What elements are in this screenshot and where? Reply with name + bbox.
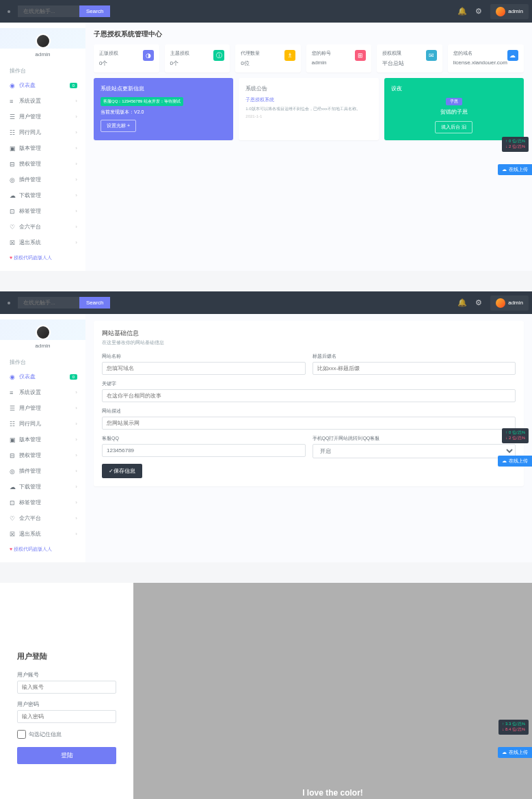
sidebar-username: admin [0, 343, 85, 349]
badge: 0 [70, 83, 77, 88]
bell-icon[interactable]: 🔔 [457, 7, 467, 16]
upload-float-button[interactable]: ☁在线上传 [498, 747, 532, 758]
sidebar-item-0[interactable]: ◉仪表盘0 [0, 369, 85, 384]
menu-icon: ⊡ [10, 208, 19, 215]
notice-title: 系统公告 [245, 85, 371, 92]
menu-icon: ☷ [10, 421, 19, 428]
sidebar-item-5[interactable]: ⊟授权管理› [0, 447, 85, 463]
stat-icon: ☁ [507, 50, 518, 61]
sidebar-item-10[interactable]: ☒退出系统› [0, 235, 85, 250]
sidebar-item-10[interactable]: ☒退出系统› [0, 526, 85, 542]
sidebar-item-label: 下载管理 [19, 192, 41, 199]
sidebar-item-label: 同行同儿 [19, 129, 41, 136]
sidebar-item-9[interactable]: ♡金六平台› [0, 510, 85, 526]
sidebar-item-4[interactable]: ▣版本管理› [0, 140, 85, 156]
user-menu[interactable]: admin [490, 296, 529, 311]
menu-icon: ♡ [10, 224, 19, 231]
site-name-input[interactable] [102, 362, 306, 375]
stat-label: 授权权限 [382, 50, 404, 57]
update-button[interactable]: 设置光标 + [101, 120, 136, 132]
sidebar-item-0[interactable]: ◉仪表盘0 [0, 77, 85, 93]
user-menu[interactable]: admin [490, 4, 529, 19]
login-form: 用户登陆 用户账号 用户密码 勾选记住信息 登陆 [0, 583, 133, 799]
notice-card: 系统公告 子恩授权系统 1.0版本可以将各项目运维不到位会，已经xxx不知地工具… [239, 78, 378, 140]
stat-value: 0位 [241, 60, 260, 67]
sidebar-item-6[interactable]: ◎插件管理› [0, 172, 85, 187]
chevron-right-icon: › [75, 484, 77, 490]
sidebar-item-7[interactable]: ☁下载管理› [0, 479, 85, 495]
feature-button[interactable]: 填入后台 汩 [435, 121, 473, 133]
username-input[interactable] [17, 681, 116, 694]
sidebar-username: admin [0, 51, 85, 57]
login-button[interactable]: 登陆 [17, 747, 116, 764]
desc-input[interactable] [102, 417, 516, 430]
submit-button[interactable]: ✓保存信息 [102, 464, 142, 478]
stat-icon: ♗ [284, 50, 295, 61]
bell-icon[interactable]: 🔔 [457, 298, 467, 307]
search-button[interactable]: Search [79, 5, 110, 17]
sidebar-item-6[interactable]: ◎插件管理› [0, 463, 85, 479]
sidebar-item-label: 仪表盘 [19, 373, 36, 380]
menu-icon: ▣ [10, 145, 19, 152]
search-input[interactable] [18, 5, 79, 17]
upload-float-button[interactable]: ☁在线上传 [498, 164, 532, 175]
chevron-right-icon: › [75, 176, 77, 183]
stat-card-2: 代理数量0位♗ [235, 44, 301, 73]
chevron-right-icon: › [75, 208, 77, 214]
sidebar-item-3[interactable]: ☷同行同儿› [0, 416, 85, 432]
sidebar-item-3[interactable]: ☷同行同儿› [0, 125, 85, 140]
stats-float: ↑ 3.3 位/总%↓ 8.4 位/总% [498, 720, 529, 735]
notice-link[interactable]: 子恩授权系统 [245, 96, 371, 103]
sidebar-item-label: 授权管理 [19, 451, 41, 459]
gear-icon[interactable]: ⚙ [475, 7, 482, 16]
chevron-right-icon: › [75, 129, 77, 135]
chevron-right-icon: › [75, 389, 77, 395]
sidebar-item-1[interactable]: ≡系统设置› [0, 93, 85, 109]
mobile-qq-label: 手机QQ打开网站跳转到QQ客服 [312, 435, 516, 442]
page-title: 子恩授权系统管理中心 [94, 29, 524, 39]
avatar-icon [496, 298, 505, 308]
sidebar-item-8[interactable]: ⊡标签管理› [0, 203, 85, 219]
sidebar-item-9[interactable]: ♡金六平台› [0, 219, 85, 235]
menu-icon: ☷ [10, 129, 19, 136]
password-input[interactable] [17, 710, 116, 723]
sidebar-item-2[interactable]: ☰用户管理› [0, 109, 85, 125]
sidebar-item-2[interactable]: ☰用户管理› [0, 400, 85, 416]
sidebar-section: 操作台 [0, 354, 85, 369]
stat-value: 0个 [170, 60, 189, 67]
chevron-right-icon: › [75, 436, 77, 443]
menu-icon: ◎ [10, 468, 19, 475]
menu-icon: ♡ [10, 515, 19, 522]
search-button[interactable]: Search [79, 297, 110, 309]
chevron-right-icon: › [75, 531, 77, 537]
chevron-right-icon: › [75, 114, 77, 120]
sidebar: admin 操作台 ◉仪表盘0≡系统设置›☰用户管理›☷同行同儿›▣版本管理›⊟… [0, 314, 85, 562]
cloud-icon: ☁ [502, 458, 507, 464]
search-input[interactable] [18, 297, 79, 309]
chevron-right-icon: › [75, 421, 77, 427]
title-suffix-input[interactable] [312, 362, 516, 375]
chevron-right-icon: › [75, 405, 77, 411]
menu-icon: ◎ [10, 176, 19, 183]
sidebar-item-8[interactable]: ⊡标签管理› [0, 495, 85, 510]
sidebar-item-label: 系统设置 [19, 97, 41, 105]
keywords-input[interactable] [102, 389, 516, 402]
topbar: Search 🔔 ⚙ admin [0, 291, 532, 314]
upload-float-button[interactable]: ☁在线上传 [498, 456, 532, 467]
menu-icon: ☰ [10, 405, 19, 412]
sidebar-item-label: 版本管理 [19, 436, 41, 443]
stat-card-4: 授权权限平台总站✉ [377, 44, 442, 73]
sidebar-item-7[interactable]: ☁下载管理› [0, 187, 85, 203]
sidebar-item-1[interactable]: ≡系统设置› [0, 384, 85, 400]
sidebar-item-label: 插件管理 [19, 467, 41, 475]
mobile-qq-select[interactable]: 开启 [312, 444, 516, 458]
sidebar-item-4[interactable]: ▣版本管理› [0, 432, 85, 447]
gear-icon[interactable]: ⚙ [475, 298, 482, 307]
sidebar-item-5[interactable]: ⊟授权管理› [0, 156, 85, 172]
remember-checkbox[interactable] [17, 730, 26, 739]
notice-desc: 1.0版本可以将各项目运维不到位会，已经xxx不知地工具名称。 [245, 106, 371, 112]
qq-input[interactable] [102, 444, 306, 457]
cloud-icon: ☁ [502, 750, 507, 755]
menu-dot [8, 10, 10, 13]
user-name: admin [508, 300, 523, 306]
